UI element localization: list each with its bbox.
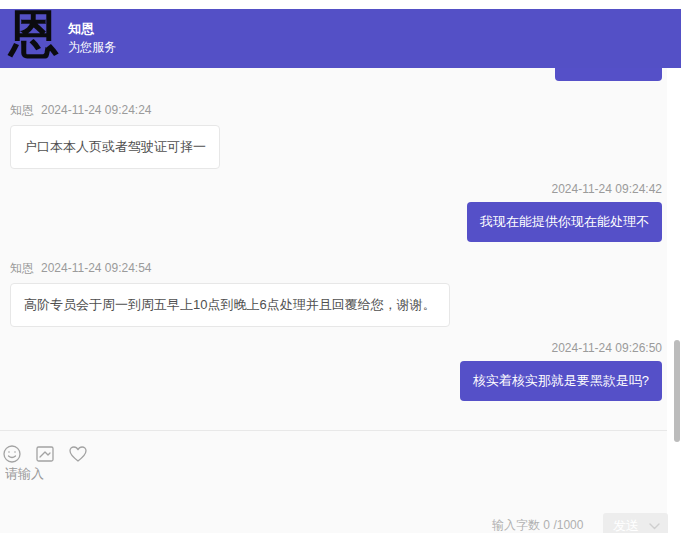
- top-strip: [0, 0, 681, 9]
- message-input-area: [5, 465, 645, 505]
- char-counter: 输入字数 0 /1000: [492, 517, 583, 533]
- message-bubble-partial: [555, 68, 662, 81]
- message-timestamp: 2024-11-24 09:24:54: [41, 261, 152, 275]
- message-right-2: 2024-11-24 09:26:50 核实着核实那就是要黑款是吗?: [460, 341, 662, 401]
- message-input[interactable]: [5, 465, 645, 505]
- brand-logo: 恩: [8, 3, 60, 65]
- right-gutter: [667, 68, 681, 533]
- send-button-label: 发送: [603, 517, 639, 533]
- heart-icon[interactable]: [68, 444, 88, 464]
- message-left-2: 知恩2024-11-24 09:24:54 高阶专员会于周一到周五早上10点到晚…: [10, 260, 450, 327]
- message-timestamp: 2024-11-24 09:24:42: [551, 182, 662, 196]
- message-meta: 2024-11-24 09:24:42: [467, 182, 662, 196]
- message-sender: 知恩: [10, 103, 34, 117]
- brand-name: 知恩: [68, 20, 116, 37]
- message-bubble: 高阶专员会于周一到周五早上10点到晚上6点处理并且回覆给您，谢谢。: [10, 283, 450, 327]
- message-meta: 知恩2024-11-24 09:24:54: [10, 260, 450, 277]
- message-meta: 2024-11-24 09:26:50: [460, 341, 662, 355]
- message-bubble: 户口本本人页或者驾驶证可择一: [10, 125, 220, 169]
- emoji-icon[interactable]: [2, 444, 22, 464]
- brand-tagline: 为您服务: [68, 39, 116, 56]
- brand-block: 知恩 为您服务: [68, 20, 116, 56]
- message-right-1: 2024-11-24 09:24:42 我现在能提供你现在能处理不: [467, 182, 662, 242]
- message-bubble: 核实着核实那就是要黑款是吗?: [460, 361, 662, 401]
- composer-divider: [0, 430, 667, 431]
- message-sender: 知恩: [10, 261, 34, 275]
- chat-header: 恩 知恩 为您服务: [0, 9, 681, 68]
- message-left-1: 知恩2024-11-24 09:24:24 户口本本人页或者驾驶证可择一: [10, 102, 220, 169]
- message-timestamp: 2024-11-24 09:26:50: [551, 341, 662, 355]
- char-counter-limit: /1000: [553, 518, 583, 532]
- char-counter-label: 输入字数: [492, 518, 540, 532]
- chevron-down-icon[interactable]: [649, 523, 660, 530]
- message-bubble: 我现在能提供你现在能处理不: [467, 202, 662, 242]
- composer-toolbar: [2, 444, 88, 464]
- message-timestamp: 2024-11-24 09:24:24: [41, 103, 152, 117]
- message-meta: 知恩2024-11-24 09:24:24: [10, 102, 220, 119]
- send-button[interactable]: 发送: [603, 513, 668, 533]
- chat-window: 恩 知恩 为您服务 知恩2024-11-24 09:24:24 户口本本人页或者…: [0, 0, 681, 533]
- char-counter-count: 0: [543, 518, 550, 532]
- image-icon[interactable]: [35, 444, 55, 464]
- scrollbar-thumb[interactable]: [674, 340, 680, 442]
